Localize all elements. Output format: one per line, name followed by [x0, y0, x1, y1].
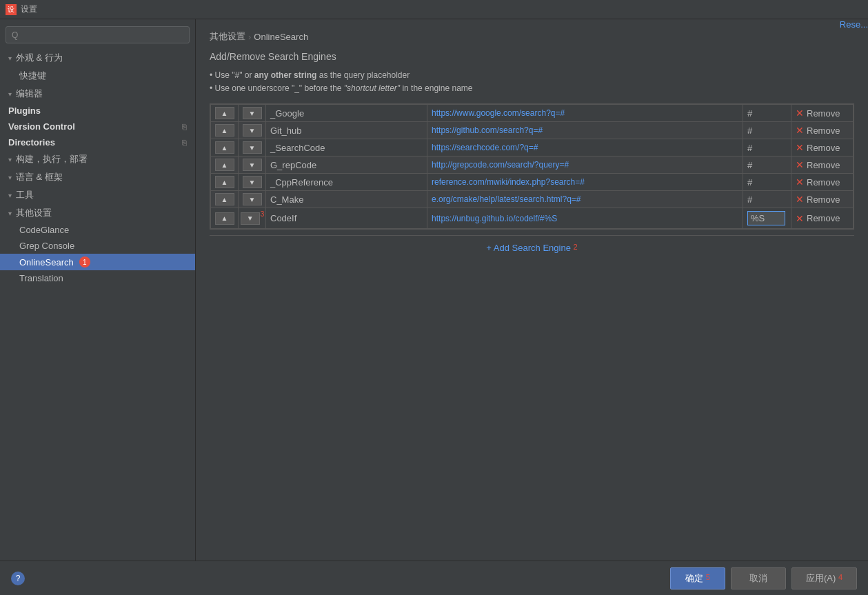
expand-arrow-icon: ▾: [8, 192, 12, 199]
main-container: Q ▾ 外观 & 行为 快捷键 ▾ 编辑器 Plugins Version Co…: [0, 19, 868, 561]
engine-table: ▲▼_Googlehttps://www.google.com/search?q…: [210, 104, 854, 229]
move-down-button[interactable]: ▼: [243, 141, 262, 154]
move-down-button[interactable]: ▼: [241, 212, 260, 225]
engine-remove-cell: ✕ Remove: [791, 191, 854, 208]
reset-button[interactable]: Rese...: [840, 19, 868, 30]
engine-remove-cell: ✕ Remove: [791, 157, 854, 174]
sidebar-item-shortcuts[interactable]: 快捷键: [0, 67, 195, 85]
shortcut-input[interactable]: [747, 211, 785, 225]
add-engine-label: + Add Search Engine: [486, 243, 571, 253]
move-up-button[interactable]: ▲: [215, 176, 234, 188]
apply-button[interactable]: 应用(A) 4: [791, 567, 857, 589]
sidebar-item-label: CodeGlance: [19, 225, 69, 235]
bottom-bar: ? 确定 5 取消 应用(A) 4: [0, 561, 868, 595]
expand-arrow-icon: ▾: [8, 210, 12, 217]
remove-engine-button[interactable]: ✕ Remove: [796, 159, 840, 170]
engine-url-cell: https://searchcode.com/?q=#: [427, 139, 743, 157]
onlinesearch-badge: 1: [79, 256, 90, 268]
engine-url-cell: https://github.com/search?q=#: [427, 122, 743, 139]
sidebar-item-label: 快捷键: [19, 70, 46, 82]
help-icon[interactable]: ?: [11, 572, 25, 585]
ok-button[interactable]: 确定 5: [670, 567, 725, 589]
engine-url-cell: https://www.google.com/search?q=#: [427, 105, 743, 122]
sidebar-item-grepconsole[interactable]: Grep Console: [0, 238, 195, 254]
sidebar-item-editor[interactable]: ▾ 编辑器: [0, 85, 195, 103]
add-engine-badge: 2: [574, 243, 578, 251]
sidebar-item-onlinesearch[interactable]: OnlineSearch 1: [0, 254, 195, 270]
cancel-button[interactable]: 取消: [731, 567, 786, 589]
engine-shortcut-cell[interactable]: [743, 208, 791, 229]
engine-remove-cell: ✕ Remove: [791, 174, 854, 191]
sidebar-item-directories[interactable]: Directories ⎘: [0, 134, 195, 150]
sidebar-item-label: 外观 & 行为: [16, 52, 63, 64]
sidebar-item-plugins[interactable]: Plugins: [0, 103, 195, 119]
remove-engine-button[interactable]: ✕ Remove: [796, 177, 840, 188]
engine-shortcut-cell: #: [743, 139, 791, 157]
sidebar-item-othersettings[interactable]: ▾ 其他设置: [0, 204, 195, 222]
breadcrumb: 其他设置 › OnlineSearch: [210, 30, 854, 43]
engine-url-cell: https://unbug.github.io/codelf/#%S: [427, 208, 743, 229]
remove-x-icon: ✕: [796, 177, 804, 188]
move-up-button[interactable]: ▲: [215, 212, 234, 225]
sidebar-item-label: 其他设置: [16, 207, 52, 219]
engine-name-cell: CodeIf: [266, 208, 427, 229]
move-down-button[interactable]: ▼: [243, 107, 262, 119]
sidebar-item-build[interactable]: ▾ 构建，执行，部署: [0, 150, 195, 168]
move-up-button[interactable]: ▲: [215, 159, 234, 171]
engine-table-wrapper: ▲▼_Googlehttps://www.google.com/search?q…: [210, 103, 854, 230]
expand-arrow-icon: ▾: [8, 90, 12, 98]
remove-x-icon: ✕: [796, 142, 804, 153]
add-engine-row: + Add Search Engine 2: [210, 235, 854, 260]
remove-engine-button[interactable]: ✕ Remove: [796, 125, 840, 136]
sidebar-item-translation[interactable]: Translation: [0, 270, 195, 286]
ok-label: 确定: [685, 573, 703, 583]
remove-engine-button[interactable]: ✕ Remove: [796, 108, 840, 119]
engine-url-cell: reference.com/mwiki/index.php?search=#: [427, 174, 743, 191]
engine-name-cell: _Google: [266, 105, 427, 122]
search-input[interactable]: [22, 30, 183, 40]
move-up-button[interactable]: ▲: [215, 193, 234, 205]
apply-label: 应用(A): [806, 573, 836, 583]
engine-name-cell: _SearchCode: [266, 139, 427, 157]
row-badge: 3: [261, 210, 265, 218]
move-up-button[interactable]: ▲: [215, 107, 234, 119]
expand-arrow-icon: ▾: [8, 174, 12, 181]
move-down-button[interactable]: ▼: [243, 176, 262, 188]
engine-shortcut-cell: #: [743, 157, 791, 174]
engine-shortcut-cell: #: [743, 122, 791, 139]
search-box[interactable]: Q: [6, 26, 190, 43]
sidebar-item-lang[interactable]: ▾ 语言 & 框架: [0, 168, 195, 186]
engine-name-cell: C_Make: [266, 191, 427, 208]
sidebar-item-label: 工具: [16, 189, 34, 201]
sidebar-item-label: Grep Console: [19, 241, 74, 251]
remove-engine-button[interactable]: ✕ Remove: [796, 194, 840, 205]
engine-url-cell: e.org/cmake/help/latest/search.html?q=#: [427, 191, 743, 208]
instruction2-text: • Use one underscore "_" before the "sho…: [210, 82, 472, 95]
move-down-button[interactable]: ▼: [243, 124, 262, 137]
app-icon: 设: [6, 4, 17, 15]
move-up-button[interactable]: ▲: [215, 124, 234, 137]
sidebar-item-appearance[interactable]: ▾ 外观 & 行为: [0, 49, 195, 67]
ok-badge: 5: [706, 573, 710, 581]
engine-shortcut-cell: #: [743, 191, 791, 208]
sidebar-item-versioncontrol[interactable]: Version Control ⎘: [0, 119, 195, 134]
cancel-label: 取消: [749, 573, 767, 583]
title-bar-label: 设置: [21, 3, 37, 15]
breadcrumb-separator: ›: [248, 32, 251, 42]
move-down-button[interactable]: ▼: [243, 159, 262, 171]
move-down-button[interactable]: ▼: [243, 193, 262, 205]
remove-x-icon: ✕: [796, 125, 804, 136]
breadcrumb-part2: OnlineSearch: [254, 32, 308, 42]
remove-x-icon: ✕: [796, 213, 804, 224]
remove-engine-button[interactable]: ✕ Remove: [796, 213, 840, 224]
instructions: • Use "#" or any other string as the que…: [210, 69, 854, 95]
engine-name-cell: G_repCode: [266, 157, 427, 174]
sidebar-item-codeglance[interactable]: CodeGlance: [0, 222, 195, 238]
add-engine-button[interactable]: + Add Search Engine 2: [486, 243, 577, 253]
search-icon: Q: [12, 30, 18, 40]
move-up-button[interactable]: ▲: [215, 141, 234, 154]
sidebar-item-tools[interactable]: ▾ 工具: [0, 186, 195, 204]
remove-engine-button[interactable]: ✕ Remove: [796, 142, 840, 153]
sidebar-item-label: OnlineSearch: [19, 257, 74, 268]
breadcrumb-part1: 其他设置: [210, 30, 245, 43]
